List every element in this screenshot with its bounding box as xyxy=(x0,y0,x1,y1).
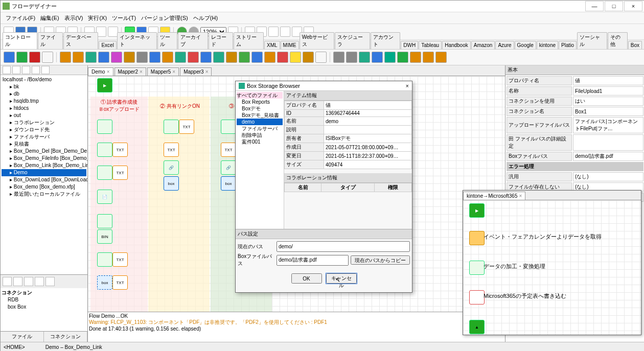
category-tab[interactable]: インターネット xyxy=(117,32,157,49)
component-icon[interactable] xyxy=(200,52,212,63)
node-c2-box[interactable]: box xyxy=(164,176,179,191)
conn-btn4[interactable] xyxy=(35,277,44,286)
log-panel[interactable]: Flow Demo ...OK Warning: FLCP_W_1103: コン… xyxy=(88,312,505,342)
category-tab[interactable]: Google xyxy=(515,41,536,49)
conn-btn1[interactable] xyxy=(3,277,12,286)
dialog-tree-item[interactable]: Boxデモ_見積書 xyxy=(237,112,283,119)
menu-tool[interactable]: ツール(T) xyxy=(110,14,138,22)
category-tab[interactable]: kintone xyxy=(537,41,558,49)
dialog-tree-item[interactable]: 案件001 xyxy=(237,138,283,145)
float-node-m365[interactable] xyxy=(469,290,485,305)
tree-item[interactable]: ▸ Demo xyxy=(2,169,86,176)
float-node-start[interactable]: ▶ xyxy=(469,203,485,218)
category-tab[interactable]: レコード xyxy=(209,32,234,49)
maximize-button[interactable]: □ xyxy=(605,1,623,11)
component-icon[interactable] xyxy=(277,52,288,63)
tab-close-icon[interactable]: × xyxy=(107,69,110,75)
category-tab[interactable]: Azure xyxy=(495,41,514,49)
category-tab[interactable]: その他 xyxy=(608,32,628,49)
tree-item[interactable]: ▸ ダウンロード先 xyxy=(2,126,86,133)
category-tab[interactable]: Platio xyxy=(559,41,577,49)
component-icon[interactable] xyxy=(226,52,237,63)
category-tab[interactable]: MIME xyxy=(281,41,299,49)
tab-close-icon[interactable]: × xyxy=(172,69,175,75)
node-c2-2[interactable]: TXT xyxy=(164,143,179,157)
tree-item[interactable]: ▸ 見積書 xyxy=(2,141,86,148)
dialog-tree[interactable]: すべてのファイル Box ReportsBoxデモBoxデモ_見積書demoファ… xyxy=(236,91,284,229)
dialog-tree-item[interactable]: Box Reports xyxy=(237,99,283,105)
category-tab[interactable]: Amazon xyxy=(471,41,495,49)
tree-btn5[interactable] xyxy=(41,66,50,74)
node-box-upload[interactable]: box xyxy=(97,275,112,290)
component-icon[interactable] xyxy=(162,52,173,63)
component-icon[interactable] xyxy=(372,52,383,63)
dialog-tree-item[interactable]: Boxデモ xyxy=(237,105,283,112)
box-path-input[interactable] xyxy=(277,255,349,266)
component-icon[interactable] xyxy=(410,52,421,63)
close-button[interactable]: × xyxy=(624,1,642,11)
minimize-button[interactable]: — xyxy=(585,1,604,11)
category-tab[interactable]: ファイル xyxy=(38,32,63,49)
category-tab[interactable]: ソーシャル xyxy=(577,32,607,49)
component-icon[interactable] xyxy=(136,52,148,63)
left-tab-conn[interactable]: コネクション xyxy=(44,332,87,342)
conn-rdb[interactable]: RDB xyxy=(2,296,86,303)
component-icon[interactable] xyxy=(435,52,447,63)
tree-item[interactable]: ▸ 最近開いたローカルファイル xyxy=(2,191,86,198)
component-icon[interactable] xyxy=(16,52,28,63)
float-node-kintone[interactable] xyxy=(469,231,485,245)
tree-root[interactable]: localhost - /Box/demo xyxy=(2,76,86,83)
nav4-icon[interactable] xyxy=(280,27,290,37)
category-tab[interactable]: Handbook xyxy=(442,41,471,49)
conn-box[interactable]: box Box xyxy=(2,303,86,311)
float-node-end[interactable]: ▲ xyxy=(469,320,485,334)
category-tab[interactable]: Webサービス xyxy=(300,32,335,49)
component-icon[interactable] xyxy=(175,52,186,63)
conn-btn2[interactable] xyxy=(13,277,22,286)
prop-value[interactable]: Box1 xyxy=(573,107,643,116)
tree-item[interactable]: ▸ ファイルサーバ xyxy=(2,133,86,141)
component-icon[interactable] xyxy=(29,52,40,63)
component-icon[interactable] xyxy=(264,52,275,63)
tree-btn4[interactable] xyxy=(32,66,40,74)
category-tab[interactable]: データベース xyxy=(63,32,98,49)
float-node-map[interactable] xyxy=(469,261,485,275)
component-icon[interactable] xyxy=(397,52,408,63)
current-path-input[interactable] xyxy=(277,241,410,252)
node-pdf[interactable]: 📄 xyxy=(97,190,112,204)
tree-item[interactable]: ▸ hsqldb.tmp xyxy=(2,98,86,105)
conn-btn5[interactable] xyxy=(45,277,55,286)
node-start[interactable]: ▶ xyxy=(97,78,112,92)
tree-item[interactable]: ▸ bk xyxy=(2,83,86,90)
prop-value[interactable]: はい xyxy=(573,97,643,106)
prop-value[interactable]: ファイルパス|コンポーネントFilePut|ファ… xyxy=(573,117,643,133)
category-tab[interactable]: DWH xyxy=(401,41,418,49)
component-icon[interactable] xyxy=(85,52,97,63)
node-db[interactable] xyxy=(97,120,112,134)
left-tab-file[interactable]: ファイル xyxy=(1,332,44,342)
float-tab[interactable]: kintone→Microsoft365 × xyxy=(463,192,525,200)
category-tab[interactable]: ツール xyxy=(157,32,177,49)
tree-item[interactable]: ▸ Box_Demo_Del [Box_Demo_Del.xfp] xyxy=(2,148,86,155)
component-icon[interactable] xyxy=(213,52,224,63)
tree-item[interactable]: ▸ Box_Demo_Link [Box_Demo_Link.xfp] xyxy=(2,162,86,169)
tree-item[interactable]: ▸ db xyxy=(2,90,86,98)
tree-item[interactable]: ▸ Box_DownLoad [Box_DownLoad.xfp] xyxy=(2,176,86,183)
copy-path-button[interactable]: 現在のパスからコピー xyxy=(351,255,410,265)
category-tab[interactable]: スケジューラ xyxy=(335,32,370,49)
component-icon[interactable] xyxy=(73,52,84,63)
node-map2[interactable] xyxy=(97,166,112,180)
component-icon[interactable] xyxy=(149,52,160,63)
prop-value[interactable]: demo/請求書.pdf xyxy=(573,152,643,161)
nav3-icon[interactable] xyxy=(268,27,279,37)
float-canvas-body[interactable]: ▶ イベント・フェアカレンダーよりデータを取得 データの加工・変換処理 Micr… xyxy=(463,200,641,335)
node-c3-1[interactable] xyxy=(221,120,236,134)
component-icon[interactable] xyxy=(346,52,357,63)
node-map3[interactable] xyxy=(97,214,112,228)
menu-file[interactable]: ファイル(F) xyxy=(4,14,37,22)
dialog-tree-root[interactable]: すべてのファイル xyxy=(237,92,283,99)
node-c3-box[interactable]: box xyxy=(221,176,236,191)
editor-tab[interactable]: Demo× xyxy=(88,67,113,76)
tab-close-icon[interactable]: × xyxy=(140,69,143,75)
component-icon[interactable] xyxy=(239,52,250,63)
